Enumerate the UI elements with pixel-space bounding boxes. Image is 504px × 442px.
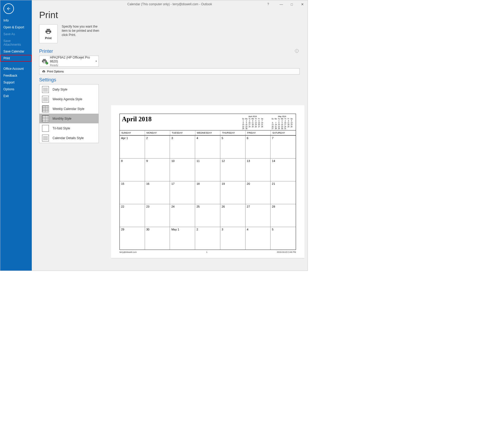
calendar-cell: 12	[220, 158, 246, 181]
calendar-cell: 30	[145, 227, 170, 250]
calendar-cell: 16	[145, 181, 170, 204]
day-header: TUESDAY	[170, 130, 195, 135]
style-option-calendar-details-style[interactable]: Calendar Details Style	[39, 133, 98, 143]
print-button-label: Print	[45, 36, 51, 40]
style-icon	[42, 86, 49, 93]
day-header: SATURDAY	[271, 130, 296, 135]
style-option-daily-style[interactable]: Daily Style	[39, 85, 98, 94]
printer-name: HPA2F9A2 (HP Officejet Pro 8620)	[50, 56, 97, 64]
sidebar-item-options[interactable]: Options	[0, 86, 32, 93]
calendar-cell: 2	[145, 135, 170, 158]
mini-calendar-april: April 2018 SuMoTuWeThFrSa123456789101112…	[242, 115, 264, 130]
calendar-grid: Apr 123456789101112131415161718192021222…	[119, 135, 296, 250]
sidebar-item-office-account[interactable]: Office Account	[0, 65, 32, 72]
day-header: SUNDAY	[120, 130, 145, 135]
calendar-cell: 23	[145, 204, 170, 227]
style-option-monthly-style[interactable]: Monthly Style	[39, 114, 98, 123]
printer-ready-icon	[41, 58, 48, 64]
calendar-cell: 4	[195, 135, 220, 158]
calendar-cell: 2	[195, 227, 220, 250]
calendar-cell: 13	[246, 158, 271, 181]
footer-email: terry@diswell.com	[119, 251, 137, 253]
print-preview: April 2018 April 2018 SuMoTuWeThFrSa1234…	[111, 105, 304, 267]
print-styles-list: Daily StyleWeekly Agenda StyleWeekly Cal…	[39, 84, 99, 143]
calendar-cell: 25	[195, 204, 220, 227]
style-label: Weekly Calendar Style	[53, 107, 84, 111]
calendar-cell: 6	[246, 135, 271, 158]
calendar-cell: Apr 1	[120, 135, 145, 158]
calendar-cell: 11	[195, 158, 220, 181]
calendar-cell: 21	[271, 181, 296, 204]
calendar-cell: 15	[120, 181, 145, 204]
sidebar-item-save-calendar[interactable]: Save Calendar	[0, 48, 32, 55]
calendar-cell: 7	[271, 135, 296, 158]
style-option-weekly-calendar-style[interactable]: Weekly Calendar Style	[39, 104, 98, 114]
calendar-cell: May 1	[170, 227, 195, 250]
calendar-cell: 5	[271, 227, 296, 250]
printer-small-icon	[42, 70, 45, 73]
footer-page: 1	[206, 251, 207, 253]
style-icon	[42, 135, 49, 141]
print-description: Specify how you want the item to be prin…	[62, 24, 104, 43]
sidebar-item-print[interactable]: Print	[0, 55, 32, 62]
print-button[interactable]: Print	[39, 24, 58, 43]
day-header: FRIDAY	[246, 130, 271, 135]
back-button[interactable]	[3, 3, 14, 14]
sidebar-item-support[interactable]: Support	[0, 79, 32, 86]
style-label: Weekly Agenda Style	[53, 97, 82, 101]
sidebar-item-exit[interactable]: Exit	[0, 93, 32, 99]
style-option-tri-fold-style[interactable]: Tri-fold Style	[39, 123, 98, 133]
settings-section-heading: Settings	[39, 77, 300, 83]
page-title: Print	[39, 10, 300, 20]
calendar-cell: 5	[220, 135, 246, 158]
printer-status: Ready	[50, 64, 97, 67]
style-label: Calendar Details Style	[53, 136, 84, 140]
style-icon	[42, 96, 49, 103]
calendar-cell: 3	[220, 227, 246, 250]
calendar-cell: 24	[170, 204, 195, 227]
sidebar-item-open-export[interactable]: Open & Export	[0, 24, 32, 31]
printer-section-heading: Printer i	[39, 49, 300, 54]
footer-timestamp: 2018-04-03 3:48 PM	[277, 251, 296, 253]
calendar-cell: 19	[220, 181, 246, 204]
help-button[interactable]: ?	[263, 0, 273, 8]
calendar-cell: 9	[145, 158, 170, 181]
sidebar-item-save-attachments: Save Attachments	[0, 38, 32, 48]
day-header: WEDNESDAY	[195, 130, 221, 135]
minimize-button[interactable]: —	[276, 0, 287, 8]
sidebar-item-feedback[interactable]: Feedback	[0, 72, 32, 79]
day-header-row: SUNDAYMONDAYTUESDAYWEDNESDAYTHURSDAYFRID…	[119, 130, 296, 135]
calendar-title: April 2018	[122, 115, 152, 123]
day-header: THURSDAY	[220, 130, 246, 135]
day-header: MONDAY	[145, 130, 170, 135]
calendar-cell: 22	[120, 204, 145, 227]
close-button[interactable]: ✕	[297, 0, 308, 8]
backstage-sidebar: InfoOpen & ExportSave AsSave Attachments…	[0, 0, 32, 271]
style-label: Daily Style	[53, 88, 67, 91]
calendar-cell: 18	[195, 181, 220, 204]
calendar-cell: 17	[170, 181, 195, 204]
style-icon	[42, 125, 49, 132]
chevron-down-icon: ▾	[96, 60, 97, 62]
sidebar-item-save-as: Save As	[0, 31, 32, 38]
calendar-cell: 8	[120, 158, 145, 181]
print-options-button[interactable]: Print Options	[39, 68, 300, 75]
title-bar: Calendar (This computer only) - terry@di…	[32, 0, 308, 8]
arrow-left-icon	[6, 6, 11, 11]
style-icon	[42, 106, 49, 112]
calendar-cell: 20	[246, 181, 271, 204]
maximize-button[interactable]: □	[287, 0, 297, 8]
sidebar-item-info[interactable]: Info	[0, 17, 32, 24]
calendar-cell: 26	[220, 204, 246, 227]
style-label: Tri-fold Style	[53, 127, 70, 130]
calendar-cell: 10	[170, 158, 195, 181]
style-icon	[42, 115, 49, 122]
calendar-cell: 4	[246, 227, 271, 250]
style-option-weekly-agenda-style[interactable]: Weekly Agenda Style	[39, 94, 98, 104]
info-icon[interactable]: i	[295, 49, 299, 53]
preview-page: April 2018 April 2018 SuMoTuWeThFrSa1234…	[111, 105, 304, 258]
calendar-cell: 27	[246, 204, 271, 227]
printer-dropdown[interactable]: HPA2F9A2 (HP Officejet Pro 8620) Ready ▾	[39, 56, 99, 67]
calendar-cell: 3	[170, 135, 195, 158]
calendar-cell: 29	[120, 227, 145, 250]
